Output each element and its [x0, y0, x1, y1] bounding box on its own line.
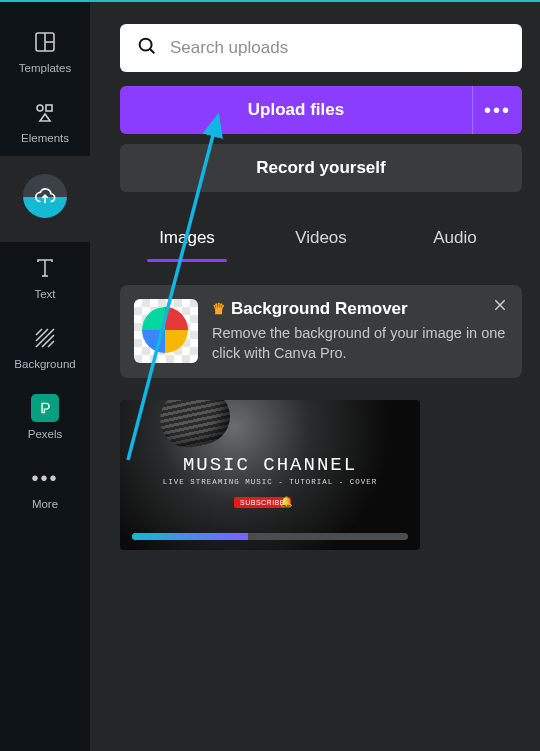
- tab-audio[interactable]: Audio: [388, 218, 522, 262]
- crown-icon: ♛: [212, 300, 225, 318]
- uploads-panel: Upload files ••• Record yourself Images …: [90, 2, 540, 751]
- tab-images[interactable]: Images: [120, 218, 254, 262]
- close-icon: [493, 298, 507, 316]
- tab-videos[interactable]: Videos: [254, 218, 388, 262]
- sidebar-item-label: Templates: [19, 62, 71, 74]
- svg-point-14: [140, 39, 152, 51]
- left-sidebar: Templates Elements Text: [0, 2, 90, 751]
- sidebar-item-templates[interactable]: Templates: [0, 16, 90, 86]
- sidebar-item-background[interactable]: Background: [0, 312, 90, 382]
- sidebar-item-label: Pexels: [28, 428, 63, 440]
- svg-marker-5: [40, 114, 50, 121]
- tab-label: Audio: [433, 228, 476, 247]
- sidebar-item-label: More: [32, 498, 58, 510]
- button-label: Upload files: [248, 100, 344, 120]
- sidebar-item-label: Background: [14, 358, 75, 370]
- background-icon: [31, 324, 59, 352]
- svg-line-10: [36, 329, 48, 341]
- svg-line-9: [36, 329, 42, 335]
- svg-line-12: [42, 335, 54, 347]
- promo-description: Remove the background of your image in o…: [212, 323, 508, 364]
- microphone-graphic: [155, 400, 235, 453]
- button-label: Record yourself: [256, 158, 385, 178]
- sidebar-item-pexels[interactable]: Pexels: [0, 382, 90, 452]
- svg-line-15: [150, 49, 154, 53]
- upload-files-button[interactable]: Upload files: [120, 86, 472, 134]
- search-bar[interactable]: [120, 24, 522, 72]
- close-promo-button[interactable]: [488, 295, 512, 319]
- asset-subline: LIVE STREAMING MUSIC - TUTORIAL - COVER: [120, 478, 420, 486]
- bell-icon: 🔔: [280, 496, 292, 507]
- sidebar-item-label: Text: [34, 288, 55, 300]
- elements-icon: [31, 98, 59, 126]
- upload-progress-bar: [132, 533, 408, 540]
- asset-headline: MUSIC CHANNEL: [120, 454, 420, 476]
- background-remover-promo[interactable]: ♛ Background Remover Remove the backgrou…: [120, 285, 522, 378]
- search-icon: [136, 35, 158, 61]
- promo-thumbnail: [134, 299, 198, 363]
- sidebar-item-uploads[interactable]: [0, 156, 90, 242]
- uploaded-asset-thumbnail[interactable]: MUSIC CHANNEL LIVE STREAMING MUSIC - TUT…: [120, 400, 420, 550]
- promo-title: Background Remover: [231, 299, 408, 319]
- more-icon: •••: [31, 464, 59, 492]
- upload-more-options-button[interactable]: •••: [472, 86, 522, 134]
- record-yourself-button[interactable]: Record yourself: [120, 144, 522, 192]
- cloud-upload-icon: [23, 174, 67, 218]
- more-icon: •••: [484, 99, 511, 122]
- sidebar-item-text[interactable]: Text: [0, 242, 90, 312]
- sidebar-item-more[interactable]: ••• More: [0, 452, 90, 522]
- tab-label: Images: [159, 228, 215, 247]
- sidebar-item-label: Elements: [21, 132, 69, 144]
- upload-progress-fill: [132, 533, 248, 540]
- templates-icon: [31, 28, 59, 56]
- svg-rect-4: [46, 105, 52, 111]
- svg-point-3: [37, 105, 43, 111]
- search-input[interactable]: [170, 38, 506, 58]
- sidebar-item-elements[interactable]: Elements: [0, 86, 90, 156]
- svg-line-13: [48, 341, 54, 347]
- tab-label: Videos: [295, 228, 347, 247]
- text-icon: [31, 254, 59, 282]
- pexels-icon: [31, 394, 59, 422]
- media-type-tabs: Images Videos Audio: [120, 218, 522, 263]
